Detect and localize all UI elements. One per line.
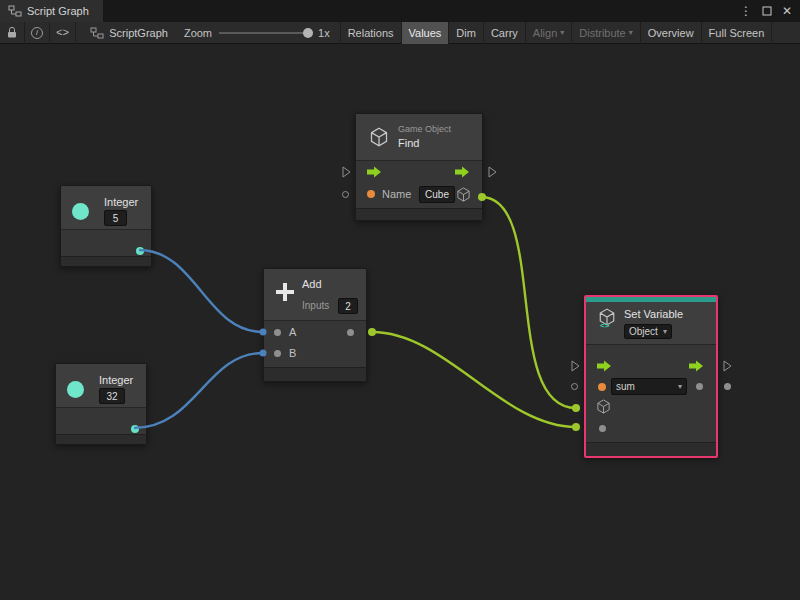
zoom-label: Zoom (184, 27, 212, 39)
variable-kind-dropdown[interactable]: Object ▾ (624, 324, 672, 339)
chevron-down-icon: ▾ (663, 328, 667, 336)
lock-icon (6, 26, 18, 39)
node-footer (356, 208, 482, 220)
integer-icon (72, 203, 89, 220)
wire-find-to-setvariable-object (482, 197, 576, 408)
integer-value-field[interactable]: 32 (99, 388, 125, 404)
zoom-control: Zoom 1x (178, 27, 336, 39)
close-icon[interactable]: ✕ (782, 5, 792, 17)
name-value-field[interactable]: Cube (419, 186, 455, 203)
node-add[interactable]: Add Inputs 2 A B (263, 268, 367, 382)
script-graph-window: Script Graph ⋮ ✕ i <> (0, 0, 800, 600)
chevron-down-icon: ▾ (678, 383, 682, 391)
window-controls: ⋮ ✕ (740, 0, 800, 22)
add-icon (274, 281, 296, 303)
overview-button[interactable]: Overview (641, 22, 702, 44)
integer-value-field[interactable]: 5 (104, 210, 127, 226)
game-object-cube-icon (369, 127, 389, 147)
wire-endpoint (572, 423, 580, 431)
node-integer-a[interactable]: Integer 5 (60, 185, 152, 267)
node-set-variable[interactable]: <> Set Variable Object ▾ sum ▾ (584, 295, 718, 458)
chevron-down-icon: ▾ (560, 29, 564, 37)
value-output-port-outer[interactable] (724, 383, 731, 390)
game-object-output-port[interactable] (456, 187, 471, 202)
edit-code-button[interactable]: <> (50, 22, 76, 44)
maximize-icon[interactable] (762, 6, 772, 16)
name-input-port-outer[interactable] (342, 191, 349, 198)
output-port-sum[interactable] (347, 329, 354, 336)
variable-name-input-port-outer[interactable] (571, 383, 578, 390)
variable-code-icon: <> (600, 321, 610, 330)
node-footer (61, 256, 151, 266)
lock-button[interactable] (0, 22, 25, 44)
flow-output-port[interactable] (722, 360, 732, 372)
node-footer (264, 367, 366, 381)
node-footer (56, 434, 146, 444)
graph-canvas[interactable]: Integer 5 Integer 32 Add Inputs 2 A (0, 44, 800, 600)
input-port-b[interactable] (274, 350, 281, 357)
dim-button[interactable]: Dim (449, 22, 484, 44)
flow-output-port[interactable] (487, 166, 497, 178)
zoom-slider[interactable] (219, 27, 311, 39)
node-find[interactable]: Game Object Find Name Cube (355, 113, 483, 221)
wire-endpoint (368, 328, 376, 336)
integer-output-port[interactable] (131, 425, 139, 433)
chevron-down-icon: ▾ (629, 29, 633, 37)
flow-input-port[interactable] (341, 166, 351, 178)
flow-input-port[interactable] (570, 360, 580, 372)
name-label: Name (382, 188, 411, 200)
wire-integer32-to-add-b (134, 353, 263, 428)
inputs-count-field[interactable]: 2 (338, 298, 358, 314)
values-button[interactable]: Values (402, 22, 450, 44)
graph-name: ScriptGraph (76, 27, 178, 39)
inputs-label: Inputs (302, 300, 329, 311)
titlebar: Script Graph ⋮ ✕ (0, 0, 800, 22)
carry-button[interactable]: Carry (484, 22, 526, 44)
node-title: Add (302, 278, 322, 290)
tab-title: Script Graph (27, 5, 89, 17)
node-title: Find (398, 137, 419, 149)
integer-icon (67, 381, 84, 398)
info-icon: i (31, 27, 43, 39)
flow-in-arrow-icon (366, 166, 382, 178)
port-a-label: A (289, 326, 296, 338)
value-output-port[interactable] (696, 383, 703, 390)
zoom-slider-handle[interactable] (303, 28, 313, 38)
flow-in-arrow-icon (596, 360, 612, 372)
node-title: Integer (99, 374, 133, 386)
flow-out-arrow-icon (454, 166, 470, 178)
kebab-menu-icon[interactable]: ⋮ (740, 5, 752, 17)
script-graph-icon (90, 27, 104, 39)
info-button[interactable]: i (25, 22, 50, 44)
zoom-slider-track (219, 32, 311, 34)
integer-output-port[interactable] (136, 247, 144, 255)
wire-endpoint (572, 404, 580, 412)
graph-icon (8, 5, 22, 17)
variable-name-dropdown[interactable]: sum ▾ (611, 378, 687, 395)
relations-button[interactable]: Relations (341, 22, 402, 44)
flow-out-arrow-icon (688, 360, 704, 372)
align-button[interactable]: Align ▾ (526, 22, 572, 44)
wire-add-to-setvariable-value (372, 332, 576, 427)
node-integer-b[interactable]: Integer 32 (55, 363, 147, 445)
new-value-input-port[interactable] (599, 425, 606, 432)
node-title: Integer (104, 196, 138, 208)
distribute-button[interactable]: Distribute ▾ (572, 22, 640, 44)
graph-name-label: ScriptGraph (109, 27, 168, 39)
input-port-a[interactable] (274, 329, 281, 336)
graph-toolbar: i <> ScriptGraph Zoom 1x Relations (0, 22, 800, 44)
object-input-port[interactable] (596, 399, 611, 414)
variable-name-input-port[interactable] (598, 383, 606, 391)
node-title: Set Variable (624, 308, 683, 320)
name-input-port[interactable] (367, 190, 375, 198)
toolbar-buttons: Relations Values Dim Carry Align ▾ Distr… (340, 22, 773, 44)
code-icon: <> (56, 27, 69, 39)
wire-integer5-to-add-a (139, 250, 263, 332)
node-footer (586, 442, 716, 456)
fullscreen-button[interactable]: Full Screen (702, 22, 773, 44)
node-category: Game Object (398, 124, 451, 134)
zoom-value: 1x (318, 27, 330, 39)
port-b-label: B (289, 347, 296, 359)
tab-script-graph[interactable]: Script Graph (0, 0, 103, 22)
